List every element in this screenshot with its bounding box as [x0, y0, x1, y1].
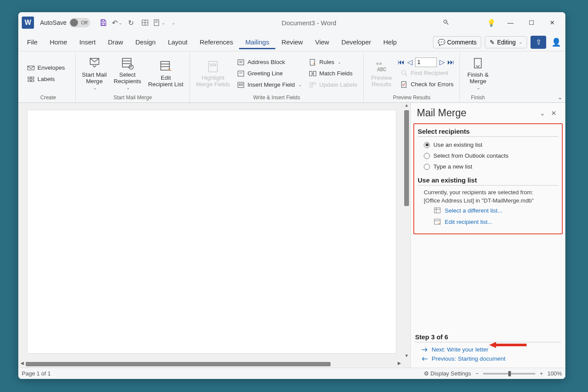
record-number-field[interactable]: [415, 57, 437, 67]
editing-mode-button[interactable]: ✎ Editing ⌄: [485, 36, 527, 48]
next-record-icon[interactable]: ▷: [439, 58, 445, 66]
svg-rect-0: [102, 20, 105, 21]
greeting-line-button[interactable]: Greeting Line: [234, 68, 304, 79]
svg-rect-9: [28, 77, 30, 78]
taskpane-close-icon[interactable]: ✕: [548, 108, 559, 119]
svg-rect-22: [210, 64, 216, 66]
scroll-right-icon[interactable]: ▶: [395, 361, 403, 368]
link-edit-recipient-list[interactable]: Edit recipient list...: [418, 216, 558, 227]
tab-view[interactable]: View: [309, 35, 335, 49]
group-label-write: Write & Insert Fields: [193, 94, 360, 101]
radio-type-new-list[interactable]: Type a new list: [418, 161, 558, 172]
preview-results-button[interactable]: « »ABC Preview Results: [367, 59, 396, 88]
tab-insert[interactable]: Insert: [73, 35, 102, 49]
display-settings-button[interactable]: ⚙ Display Settings: [424, 370, 471, 377]
qat-customize-icon[interactable]: ⌄: [167, 17, 179, 29]
zoom-level[interactable]: 100%: [547, 370, 562, 377]
scroll-thumb[interactable]: [404, 110, 409, 206]
svg-rect-40: [402, 81, 406, 88]
envelopes-button[interactable]: Envelopes: [24, 63, 68, 73]
vertical-scrollbar[interactable]: ▲ ▼: [403, 103, 410, 361]
svg-line-39: [405, 74, 407, 76]
svg-rect-21: [209, 61, 217, 72]
scroll-left-icon[interactable]: ◀: [18, 361, 26, 368]
check-for-errors-button[interactable]: Check for Errors: [398, 79, 456, 90]
group-label-finish: Finish: [463, 94, 492, 101]
svg-rect-23: [238, 60, 244, 65]
svg-rect-5: [154, 20, 159, 26]
select-recipients-button[interactable]: Select Recipients⌄: [111, 56, 144, 91]
tab-draw[interactable]: Draw: [102, 35, 129, 49]
taskpane-dropdown-icon[interactable]: ⌄: [537, 108, 548, 119]
main-area: ▲ ▼ ◀ ▶ Mail Merge ⌄ ✕ Select recipients: [18, 103, 565, 368]
tab-home[interactable]: Home: [44, 35, 73, 49]
finish-merge-button[interactable]: Finish & Merge⌄: [463, 56, 492, 91]
scroll-up-icon[interactable]: ▲: [403, 103, 410, 110]
undo-icon[interactable]: ↶⌄: [111, 17, 123, 29]
scroll-down-icon[interactable]: ▼: [403, 353, 410, 361]
svg-marker-48: [489, 342, 527, 348]
start-mail-merge-button[interactable]: Start Mail Merge⌄: [79, 56, 109, 91]
radio-icon: [424, 153, 430, 159]
tab-layout[interactable]: Layout: [162, 35, 193, 49]
radio-outlook-contacts[interactable]: Select from Outlook contacts: [418, 150, 558, 161]
labels-button[interactable]: Labels: [24, 74, 68, 84]
tab-review[interactable]: Review: [275, 35, 309, 49]
tab-developer[interactable]: Developer: [335, 35, 377, 49]
prev-record-icon[interactable]: ◁: [407, 58, 412, 66]
tab-design[interactable]: Design: [129, 35, 162, 49]
svg-point-38: [402, 71, 406, 74]
radio-icon: [424, 164, 430, 170]
tab-help[interactable]: Help: [377, 35, 403, 49]
help-lightbulb-icon[interactable]: 💡: [484, 16, 498, 30]
link-previous-step[interactable]: Previous: Starting document: [415, 354, 561, 363]
radio-use-existing-list[interactable]: Use an existing list: [418, 139, 558, 150]
autosave-toggle[interactable]: AutoSave Off: [40, 18, 90, 27]
annotation-highlight-box: Select recipients Use an existing list S…: [413, 123, 563, 234]
redo-icon[interactable]: ↻: [125, 17, 137, 29]
zoom-out-button[interactable]: −: [476, 370, 479, 377]
edit-recipient-list-button[interactable]: Edit Recipient List: [145, 59, 186, 88]
page-status[interactable]: Page 1 of 1: [22, 370, 51, 377]
zoom-in-button[interactable]: +: [540, 370, 543, 377]
ribbon-tabs: File Home Insert Draw Design Layout Refe…: [18, 33, 565, 51]
toggle-switch[interactable]: Off: [69, 18, 90, 27]
first-record-icon[interactable]: ⏮: [398, 58, 405, 66]
svg-rect-14: [122, 58, 131, 67]
collapse-ribbon-icon[interactable]: ⌄: [558, 94, 563, 101]
last-record-icon[interactable]: ⏭: [447, 58, 454, 66]
statusbar: Page 1 of 1 ⚙ Display Settings − + 100%: [18, 368, 565, 379]
link-next-step[interactable]: Next: Write your letter: [415, 345, 561, 354]
quick-access-toolbar: ↶⌄ ↻ ⌄ ⌄: [97, 17, 179, 29]
minimize-button[interactable]: —: [501, 16, 520, 30]
share-button[interactable]: ⇧: [531, 36, 546, 49]
ribbon: Envelopes Labels Create Start Mail Merge…: [18, 51, 565, 103]
paragraph-icon[interactable]: ⌄: [153, 17, 165, 29]
radio-icon: [424, 142, 430, 148]
match-fields-button[interactable]: Match Fields: [306, 68, 360, 79]
svg-rect-30: [310, 59, 315, 65]
tab-references[interactable]: References: [193, 35, 239, 49]
scroll-thumb-h[interactable]: [26, 362, 331, 366]
document-page[interactable]: [27, 110, 396, 354]
search-icon[interactable]: 🔍︎: [439, 16, 453, 30]
insert-merge-field-button[interactable]: Insert Merge Field⌄: [234, 80, 304, 90]
taskpane-title: Mail Merge: [417, 107, 537, 119]
tab-file[interactable]: File: [21, 35, 44, 49]
zoom-slider[interactable]: [483, 373, 535, 375]
address-block-button[interactable]: Address Block: [234, 57, 304, 68]
account-icon[interactable]: 👤: [550, 36, 563, 49]
rules-button[interactable]: Rules⌄: [306, 57, 360, 68]
maximize-button[interactable]: ☐: [522, 16, 541, 30]
find-recipient-button[interactable]: Find Recipient: [398, 68, 456, 78]
tab-mailings[interactable]: Mailings: [239, 35, 275, 49]
close-button[interactable]: ✕: [543, 16, 562, 30]
link-select-different-list[interactable]: Select a different list...: [418, 205, 558, 216]
comments-button[interactable]: 💬 Comments: [433, 36, 482, 48]
svg-rect-1: [102, 23, 105, 25]
horizontal-scrollbar[interactable]: ◀ ▶: [18, 361, 403, 368]
app-window: W AutoSave Off ↶⌄ ↻ ⌄ ⌄ Document3 - Word…: [18, 12, 565, 379]
step-label: Step 3 of 6: [415, 333, 561, 342]
table-icon[interactable]: [139, 17, 151, 29]
save-icon[interactable]: [97, 17, 109, 29]
